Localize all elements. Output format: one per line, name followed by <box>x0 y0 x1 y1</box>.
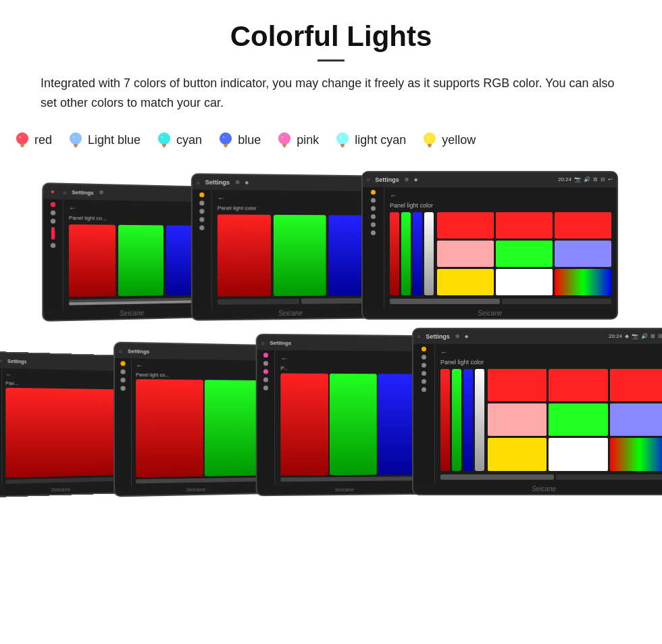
svg-point-1 <box>16 132 28 145</box>
bulb-icon-cyan <box>155 130 173 151</box>
svg-rect-27 <box>340 144 345 146</box>
device-bottom-3: ⌂ Settings ⚙ ◆ ← <box>256 333 432 496</box>
bulb-icon-lightcyan <box>334 130 351 151</box>
color-item-lightblue: Light blue <box>67 130 141 151</box>
svg-point-16 <box>220 132 232 145</box>
bulb-icon-lightblue <box>67 130 84 151</box>
svg-point-31 <box>424 132 436 145</box>
device-top-2: ⌂ Settings ⚙ ◆ ◆ <box>191 173 386 321</box>
color-item-yellow: yellow <box>421 130 476 151</box>
svg-rect-33 <box>428 146 431 147</box>
description-text: Integrated with 7 colors of button indic… <box>27 74 635 113</box>
color-item-blue: blue <box>217 130 261 151</box>
page-header: Colorful Lights Integrated with 7 colors… <box>0 0 662 130</box>
bulb-icon-blue <box>217 130 234 151</box>
color-label-cyan: cyan <box>176 133 202 147</box>
color-label-yellow: yellow <box>442 133 476 147</box>
title-divider <box>317 59 345 61</box>
device-top-3: ⌂ Settings ⚙ ◆ 20:24 📷 🔊 ⊠ ⊟ ↩ <box>361 171 618 320</box>
color-label-pink: pink <box>297 133 319 147</box>
color-label-blue: blue <box>238 133 261 147</box>
screens-area: ● ⌂ Settings ⚙ ◆ <box>0 164 662 505</box>
bulb-icon-pink <box>276 130 293 151</box>
color-label-lightcyan: light cyan <box>355 133 406 147</box>
svg-rect-22 <box>282 144 286 146</box>
color-item-cyan: cyan <box>155 130 202 151</box>
device-bottom-4: ⌂ Settings ⚙ ◆ 20:24 ◆ 📷 🔊 ⊠ ⊟ ↩ <box>412 328 662 495</box>
page-title: Colorful Lights <box>14 20 648 53</box>
svg-rect-28 <box>341 146 344 147</box>
color-label-lightblue: Light blue <box>88 133 141 147</box>
svg-point-6 <box>70 132 82 145</box>
svg-rect-3 <box>21 146 24 147</box>
device-bottom-1: ● ⌂ Settings ⚙ ← <box>0 351 132 497</box>
svg-point-11 <box>158 132 170 145</box>
color-item-red: red <box>14 130 52 151</box>
svg-rect-13 <box>163 146 166 147</box>
bulb-icon-red <box>14 130 31 151</box>
color-item-lightcyan: light cyan <box>334 130 406 151</box>
device-bottom-2: ⌂ Settings ⚙ ◆ ← <box>113 341 275 497</box>
bottom-row-screens: ● ⌂ Settings ⚙ ← <box>14 326 648 495</box>
svg-rect-12 <box>162 144 166 146</box>
color-indicators-row: red Light blue cyan <box>0 130 662 164</box>
top-row-screens: ● ⌂ Settings ⚙ ◆ <box>14 171 648 320</box>
svg-rect-2 <box>20 144 24 146</box>
color-item-pink: pink <box>276 130 319 151</box>
svg-point-26 <box>336 132 349 145</box>
svg-rect-18 <box>224 146 227 147</box>
svg-rect-23 <box>283 146 286 147</box>
bulb-icon-yellow <box>421 130 438 151</box>
svg-rect-17 <box>224 144 228 146</box>
svg-point-21 <box>278 132 290 145</box>
color-label-red: red <box>34 133 52 147</box>
svg-rect-8 <box>74 146 77 147</box>
svg-rect-32 <box>428 144 432 146</box>
svg-rect-7 <box>74 144 78 146</box>
device-top-1: ● ⌂ Settings ⚙ ◆ <box>42 182 216 321</box>
